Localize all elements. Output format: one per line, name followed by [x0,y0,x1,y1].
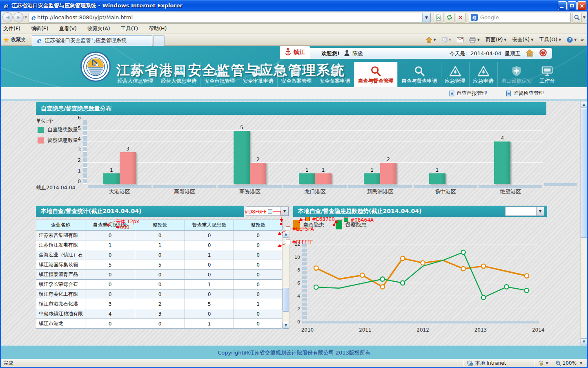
document-icon [449,90,454,96]
menu-item[interactable]: 工具(T) [121,25,138,32]
table-row[interactable]: 镇江李长荣综合石0010 [36,280,283,289]
nav-tab-3[interactable]: 安全审批管理 [200,62,239,87]
bar-督察隐患数量[interactable] [250,163,266,184]
bar-自查隐患数量[interactable] [429,173,445,184]
bar-督察隐患数量[interactable] [380,163,396,184]
stop-button[interactable]: ✕ [456,13,466,22]
nav-tab-7[interactable]: 自查与督查管理 [354,62,398,87]
scroll-down-icon[interactable]: ▼ [283,322,289,329]
bar-自查隐患数量[interactable] [364,173,380,184]
mail-button[interactable] [457,37,463,42]
menu-item[interactable]: 帮助(H) [149,25,167,32]
menu-item[interactable]: 查看(V) [59,25,77,32]
table-row[interactable]: 江苏索普集团有限0000 [36,231,283,240]
restore-button[interactable] [568,1,577,10]
feeds-button[interactable]: ▼ [442,37,451,43]
menu-item[interactable]: 文件(F) [3,25,20,32]
nav-tab-12[interactable]: 工作台 [536,62,559,87]
intranet-zone-icon [467,361,473,366]
subnav-item[interactable]: 监督检查管理 [506,90,544,97]
subnav-item[interactable]: 自查自报管理 [449,90,487,97]
nav-label: 安全备案申请 [320,78,350,85]
bar-y-axis [83,120,87,184]
annotation-dot [107,224,109,226]
refresh-button[interactable] [445,13,454,22]
bar-自查隐患数量[interactable] [103,173,120,184]
bar-自查隐患数量[interactable] [234,131,250,184]
help-button[interactable]: ? ▼ [567,37,577,43]
compatibility-icon[interactable] [434,13,443,22]
overflow-chevron-icon[interactable]: » [581,37,584,43]
select-dropdown-icon[interactable]: ▼ [281,207,288,215]
bar-督察隐患数量[interactable] [315,173,332,184]
table-row[interactable]: 镇江市港龙石化港3251 [36,299,283,309]
forward-button[interactable]: ▶ [13,12,24,22]
scroll-up-icon[interactable]: ▲ [581,101,587,108]
search-options-icon[interactable]: ▼ [583,16,586,19]
protected-mode-icon[interactable]: ▼ [538,361,548,366]
table-row[interactable]: 金海宏业（镇江）石0010 [36,250,283,260]
nav-tab-2[interactable]: 经营人信息申请 [157,62,200,87]
table-row[interactable]: 镇江港国际集装箱5500 [36,260,283,270]
bar-x-axis-labels: 大港港区高新港区高资港区龙门港区新民洲港区扬中港区绝壁港区 [87,188,543,195]
new-tab-button[interactable] [153,35,165,46]
zoom-level[interactable]: 100% [563,360,577,366]
table-row[interactable]: 镇江奇美化工有限0000 [36,289,283,299]
line-filter-select[interactable]: ▼ [505,206,544,216]
bar-自查隐患数量[interactable] [494,141,510,184]
url-text[interactable]: http://localhost:8080/yjpt/Main.html [37,14,422,20]
history-dropdown-icon[interactable]: ▼ [24,16,27,19]
address-input[interactable]: e http://localhost:8080/yjpt/Main.html ▼ [29,13,431,22]
nav-label: 经营人信息管理 [118,78,154,85]
bar-group-大港港区: 13 [87,120,152,184]
nav-tab-11[interactable]: 港口设施保安 [497,62,536,87]
search-button[interactable] [572,13,582,22]
nav-tab-6[interactable]: 安全备案申请 [316,62,354,87]
table-row[interactable]: 江苏镇江发电有限1100 [36,240,283,250]
y-tick-label: 3 [70,147,81,153]
logout-power-icon[interactable] [539,49,547,58]
table-scrollbar[interactable]: ▲ ▼ [282,230,290,329]
safety-menu-button[interactable]: 安全(S)▼ [512,36,533,43]
page-scrollbar-thumb[interactable] [581,109,587,238]
value-cell: 3 [85,299,135,309]
close-button[interactable]: × [577,1,586,10]
table-scrollbar-thumb[interactable] [283,288,289,312]
value-cell: 1 [135,240,185,250]
address-dropdown-icon[interactable]: ▼ [422,13,430,22]
table-row[interactable]: 中储粮镇江粮油有限4300 [36,309,283,319]
scroll-up-icon[interactable]: ▲ [283,231,289,238]
menu-item[interactable]: 收藏夹(A) [87,25,110,32]
favorites-button[interactable]: 收藏夹 [11,36,26,43]
nav-tab-5[interactable]: 安全备案管理 [277,62,316,87]
nav-tab-9[interactable]: 应急管理 [441,62,469,87]
nav-tab-4[interactable]: 安全审批申请 [239,62,277,87]
bar-自查隐患数量[interactable] [299,173,315,184]
svg-text:?: ? [569,37,571,42]
browser-tab[interactable]: e 江苏省港口安全监管与应急管理系统 [32,35,152,46]
zoom-dropdown-icon[interactable]: ▼ [580,361,582,365]
nav-tab-8[interactable]: 自查与督查申请 [397,62,441,87]
back-button[interactable]: ◀ [2,12,13,22]
minimize-button[interactable] [558,1,567,10]
anchor-icon [285,47,292,57]
table-row[interactable]: 镇江市港龙0010 [36,319,283,329]
favorites-star-icon[interactable]: ★ [3,36,9,44]
tools-menu-button[interactable]: 工具(O)▼ [539,36,561,43]
bar-督察隐患数量[interactable] [120,152,136,184]
nav-tab-10[interactable]: 应急申请 [469,62,497,87]
nav-tab-1[interactable]: 经营人信息管理 [114,62,157,87]
value-cell: 0 [234,319,283,329]
select-dropdown-icon[interactable]: ▼ [536,207,544,215]
home-button[interactable]: ▼ [425,37,436,43]
welcome-label: 欢迎您! [321,50,340,57]
scroll-down-icon[interactable]: ▼ [581,338,587,345]
data-point [461,250,465,254]
page-scrollbar[interactable]: ▲ ▼ [580,101,588,346]
menu-item[interactable]: 编辑(E) [31,25,49,32]
print-button[interactable]: ▼ [469,37,480,43]
search-input[interactable]: g Google [469,13,571,22]
home-icon[interactable] [526,49,534,58]
page-menu-button[interactable]: 页面(P)▼ [486,36,506,43]
table-row[interactable]: 镇江恒泰沥青产品0000 [36,270,283,280]
